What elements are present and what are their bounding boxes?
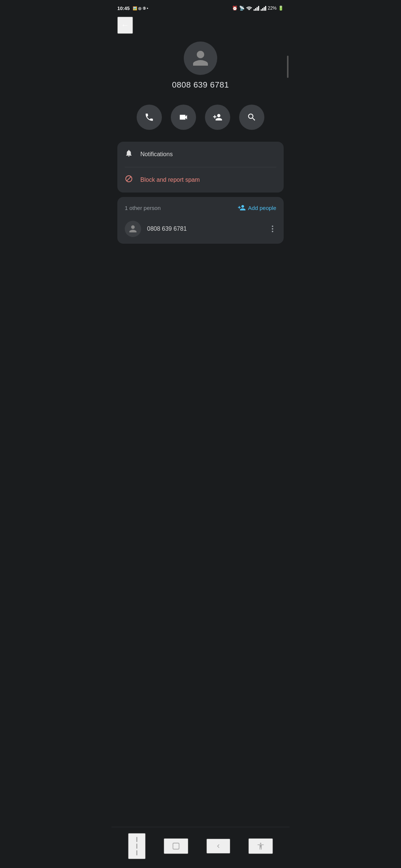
bottom-nav <box>111 827 290 868</box>
avatar <box>184 42 217 75</box>
accessibility-icon <box>257 842 265 850</box>
contact-section: 0808 639 6781 <box>111 36 290 99</box>
scroll-indicator <box>287 56 288 78</box>
people-card-header: 1 other person Add people <box>117 197 284 216</box>
block-report-label: Block and report spam <box>140 177 200 183</box>
add-person-icon <box>213 112 222 122</box>
other-person-text: 1 other person <box>125 205 161 211</box>
signal-bar-2 <box>261 6 266 11</box>
video-icon <box>179 112 188 122</box>
status-time: 10:45 🖼️ ◎ ⑤ • <box>117 6 148 11</box>
hotspot-icon: 📡 <box>239 6 245 11</box>
video-call-button[interactable] <box>171 105 196 130</box>
notifications-label: Notifications <box>140 151 173 158</box>
notifications-row[interactable]: Notifications <box>117 142 284 167</box>
spacer <box>111 247 290 827</box>
more-options-button[interactable] <box>269 224 276 234</box>
bell-icon <box>125 149 133 160</box>
person-row: 0808 639 6781 <box>117 216 284 244</box>
add-people-icon <box>238 204 246 212</box>
call-button[interactable] <box>137 105 162 130</box>
notification-dots: 🖼️ ◎ ⑤ • <box>133 6 148 10</box>
person-small-icon <box>128 224 137 233</box>
block-report-row[interactable]: Block and report spam <box>117 167 284 193</box>
person-icon <box>191 49 210 68</box>
home-icon <box>172 842 180 850</box>
wifi-icon <box>246 6 252 11</box>
back-nav-button[interactable] <box>206 839 230 854</box>
action-buttons-row <box>111 99 290 139</box>
add-people-label: Add people <box>248 205 276 211</box>
people-card: 1 other person Add people 0808 639 6781 <box>117 197 284 244</box>
accessibility-nav-button[interactable] <box>248 838 273 854</box>
notifications-card: Notifications Block and report spam <box>117 142 284 193</box>
back-button[interactable]: ← <box>117 17 133 34</box>
battery-percentage: 22% <box>268 6 277 11</box>
add-people-button[interactable]: Add people <box>238 204 276 212</box>
status-indicators: ⏰ 📡 22% 🔋 <box>232 6 284 11</box>
block-icon <box>125 175 133 185</box>
home-nav-button[interactable] <box>164 838 188 854</box>
back-nav-icon <box>215 842 222 850</box>
search-button[interactable] <box>239 105 264 130</box>
search-icon <box>247 112 257 122</box>
dot-1 <box>272 226 273 227</box>
person-avatar <box>125 221 141 237</box>
person-phone-number: 0808 639 6781 <box>147 226 263 232</box>
dot-2 <box>272 228 273 230</box>
top-bar: ← <box>111 15 290 36</box>
add-contact-button[interactable] <box>205 105 230 130</box>
phone-icon <box>144 112 154 122</box>
time-display: 10:45 <box>117 6 130 11</box>
recents-nav-button[interactable] <box>128 833 146 859</box>
battery-icon: 🔋 <box>278 6 284 11</box>
recents-icon <box>136 837 137 855</box>
contact-phone-number: 0808 639 6781 <box>172 80 229 90</box>
alarm-icon: ⏰ <box>232 6 238 11</box>
cards-container: Notifications Block and report spam 1 ot… <box>111 139 290 247</box>
status-bar: 10:45 🖼️ ◎ ⑤ • ⏰ 📡 22% 🔋 <box>111 0 290 15</box>
signal-bar-1 <box>254 6 259 11</box>
dot-3 <box>272 231 273 232</box>
svg-rect-0 <box>173 843 179 849</box>
